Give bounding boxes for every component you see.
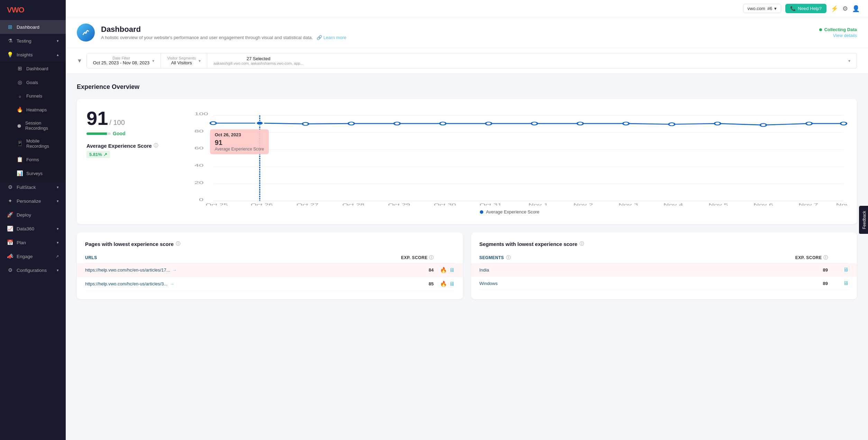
surveys-icon: 📊 [17, 170, 23, 176]
sidebar-item-dashboard[interactable]: ⊞ Dashboard [0, 20, 66, 34]
segment-filter-button[interactable]: Visitor Segments All Visitors ▾ [161, 53, 207, 68]
page-subtitle: A holistic overview of your website's pe… [101, 35, 346, 40]
sidebar-item-goals[interactable]: ◎ Goals [0, 75, 66, 89]
sidebar-item-engage[interactable]: 📣 Engage ↗ [0, 249, 66, 263]
sidebar-item-label: FullStack [17, 185, 36, 190]
page-header-left: Dashboard A holistic overview of your we… [77, 24, 346, 42]
selected-filter-button[interactable]: 27 Selected aakaashgill.vwo.com, aakashs… [207, 53, 857, 68]
sidebar-item-deploy[interactable]: 🚀 Deploy [0, 208, 66, 222]
deploy-icon: 🚀 [7, 212, 13, 218]
sidebar-item-plan[interactable]: 📅 Plan ▾ [0, 236, 66, 249]
screen-icon[interactable]: 🖥 [449, 281, 455, 287]
rating-badge: Good [86, 131, 158, 136]
configurations-icon: ⚙ [7, 267, 13, 273]
sidebar-item-label: Testing [17, 38, 31, 44]
sidebar-item-personalize[interactable]: ✦ Personalize ▾ [0, 194, 66, 208]
gear-icon: ⚙ [842, 5, 848, 12]
sidebar-item-testing[interactable]: ⚗ Testing ▾ [0, 34, 66, 48]
screen-icon[interactable]: 🖥 [843, 267, 849, 273]
page-url: https://help.vwo.com/hc/en-us/articles/1… [85, 267, 399, 273]
svg-text:Oct 29: Oct 29 [388, 203, 410, 205]
svg-text:100: 100 [194, 112, 208, 116]
notifications-button[interactable]: ⚡ [831, 5, 838, 12]
sidebar-item-funnels[interactable]: ⬦ Funnels [0, 89, 66, 103]
funnels-icon: ⬦ [17, 93, 23, 99]
date-filter-button[interactable]: Date Filter Oct 25, 2023 - Nov 08, 2023 … [86, 53, 161, 68]
date-chevron-icon: ▾ [152, 58, 154, 63]
table-row: Windows 89 🖥 [479, 277, 849, 290]
svg-point-15 [210, 122, 216, 125]
pages-card-title: Pages with lowest experience score ⓘ [85, 241, 455, 247]
page-actions: 🔥 🖥 [434, 267, 455, 273]
need-help-button[interactable]: 📞 Need Help? [785, 4, 826, 13]
plan-icon: 📅 [7, 239, 13, 246]
learn-more-link[interactable]: Learn more [323, 35, 346, 40]
personalize-icon: ✦ [7, 198, 13, 204]
insights-icon: 💡 [7, 52, 13, 58]
svg-point-19 [394, 122, 400, 125]
feedback-tab[interactable]: Feedback [859, 206, 868, 234]
page-header: Dashboard A holistic overview of your we… [66, 17, 868, 48]
sidebar-item-label: Funnels [26, 93, 42, 99]
chevron-up-icon: ▴ [57, 53, 59, 57]
sidebar-item-data360[interactable]: 📈 Data360 ▾ [0, 222, 66, 236]
sidebar-item-label: Session Recordings [25, 120, 59, 131]
chart-legend: Average Experience Score [172, 209, 847, 214]
screen-icon[interactable]: 🖥 [843, 280, 849, 286]
pages-info-icon[interactable]: ⓘ [176, 241, 180, 247]
sidebar-item-dashboard-sub[interactable]: ⊞ Dashboard [0, 62, 66, 75]
forms-icon: 📋 [17, 156, 23, 163]
segment-score: 89 [793, 267, 828, 273]
sidebar-item-label: Forms [26, 157, 39, 162]
engage-icon: 📣 [7, 253, 13, 259]
svg-point-18 [348, 122, 354, 125]
svg-text:Oct 26: Oct 26 [250, 203, 273, 205]
page-icon [77, 24, 95, 42]
svg-point-29 [840, 122, 846, 125]
sidebar-item-configurations[interactable]: ⚙ Configurations ▾ [0, 263, 66, 277]
col-score-info-icon[interactable]: ⓘ [429, 255, 434, 261]
legend-label: Average Experience Score [486, 209, 539, 214]
sidebar-item-heatmaps[interactable]: 🔥 Heatmaps [0, 103, 66, 117]
svg-text:Nov 1: Nov 1 [528, 203, 548, 205]
sidebar-item-session-recordings[interactable]: ⏺ Session Recordings [0, 117, 66, 135]
segments-column-header: Segments ⓘ [479, 255, 794, 261]
view-details-link[interactable]: View details [833, 33, 857, 38]
segments-info-icon[interactable]: ⓘ [579, 241, 584, 247]
sidebar: VWO ⊞ Dashboard ⚗ Testing ▾ 💡 Insights ▴… [0, 0, 66, 440]
avg-info-icon[interactable]: ⓘ [154, 143, 158, 149]
selected-count: 27 Selected [247, 56, 271, 61]
svg-point-26 [714, 122, 720, 125]
legend-dot [480, 210, 483, 214]
svg-point-25 [669, 123, 675, 126]
topbar: vwo.com #6 ▾ 📞 Need Help? ⚡ ⚙ 👤 [66, 0, 868, 17]
sidebar-item-label: Engage [17, 254, 33, 259]
segment-chevron-icon: ▾ [199, 58, 201, 63]
testing-icon: ⚗ [7, 38, 13, 44]
rating-bar [86, 132, 111, 135]
sidebar-item-fullstack[interactable]: ⚙ FullStack ▾ [0, 180, 66, 194]
sidebar-item-insights[interactable]: 💡 Insights ▴ [0, 48, 66, 62]
url-link-icon[interactable]: → [172, 267, 177, 273]
user-profile-button[interactable]: 👤 [852, 5, 860, 12]
seg-score-info-icon[interactable]: ⓘ [823, 255, 828, 261]
sidebar-item-label: Configurations [17, 268, 47, 273]
sidebar-item-surveys[interactable]: 📊 Surveys [0, 166, 66, 180]
svg-point-17 [302, 122, 308, 126]
segments-col-info-icon[interactable]: ⓘ [506, 255, 511, 261]
sidebar-item-label: Dashboard [17, 25, 39, 30]
svg-point-22 [531, 122, 537, 125]
url-link-icon[interactable]: → [170, 281, 174, 286]
sidebar-item-label: Plan [17, 240, 26, 245]
fire-icon[interactable]: 🔥 [440, 267, 447, 273]
session-recordings-icon: ⏺ [17, 123, 22, 129]
settings-button[interactable]: ⚙ [842, 5, 848, 12]
sidebar-item-forms[interactable]: 📋 Forms [0, 153, 66, 166]
fire-icon[interactable]: 🔥 [440, 281, 447, 287]
pct-change-badge: 5.81% ↗ [86, 151, 110, 158]
filters-bar: ▼ Date Filter Oct 25, 2023 - Nov 08, 202… [66, 48, 868, 74]
sidebar-item-mobile-recordings[interactable]: 📱 Mobile Recordings [0, 135, 66, 153]
screen-icon[interactable]: 🖥 [449, 267, 455, 273]
chevron-down-icon: ▾ [57, 268, 59, 273]
domain-selector[interactable]: vwo.com #6 ▾ [743, 4, 782, 13]
